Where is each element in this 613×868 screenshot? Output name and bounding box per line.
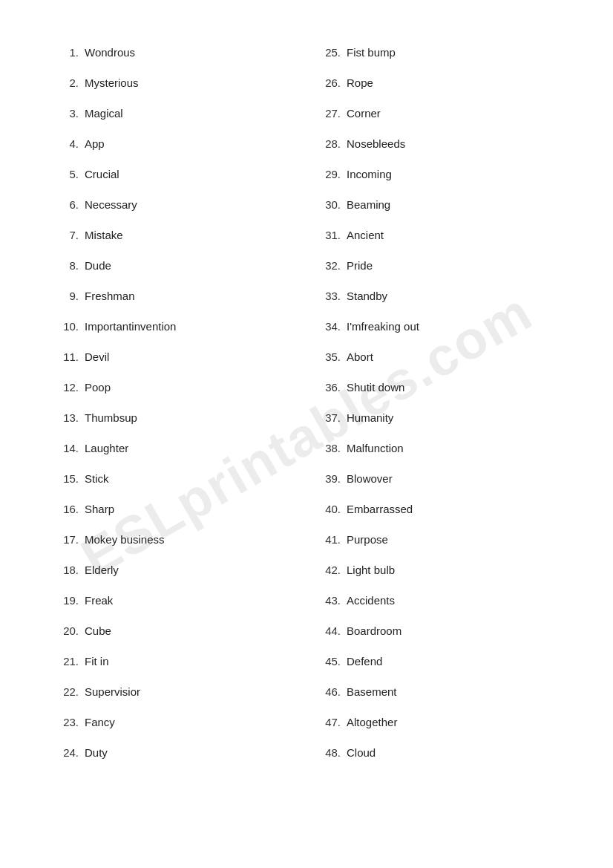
item-number: 47.	[314, 714, 341, 730]
item-text: Cloud	[347, 745, 376, 760]
item-text: Altogether	[347, 714, 397, 730]
item-number: 29.	[314, 166, 341, 182]
list-item: 6.Necessary	[45, 189, 306, 220]
item-text: Fancy	[85, 714, 115, 730]
list-item: 33.Standby	[306, 281, 568, 311]
item-number: 10.	[52, 319, 79, 334]
item-number: 14.	[52, 440, 79, 456]
item-number: 21.	[52, 653, 79, 669]
list-item: 26.Rope	[306, 68, 568, 98]
item-number: 7.	[52, 227, 79, 243]
item-number: 36.	[314, 379, 341, 395]
item-number: 24.	[52, 745, 79, 760]
item-text: Laughter	[85, 440, 128, 456]
list-item: 39.Blowover	[306, 463, 568, 494]
list-item: 43.Accidents	[306, 585, 568, 616]
list-item: 29.Incoming	[306, 159, 568, 189]
list-item: 36.Shutit down	[306, 372, 568, 402]
list-item: 38.Malfunction	[306, 433, 568, 463]
item-text: Necessary	[85, 197, 137, 212]
item-text: Rope	[347, 75, 373, 91]
item-number: 18.	[52, 562, 79, 578]
list-item: 3.Magical	[45, 98, 306, 128]
list-item: 10.Importantinvention	[45, 311, 306, 342]
item-text: Basement	[347, 684, 397, 699]
item-number: 20.	[52, 623, 79, 639]
item-text: Purpose	[347, 532, 388, 547]
item-text: Embarrassed	[347, 501, 413, 517]
item-text: Light bulb	[347, 562, 395, 578]
item-number: 4.	[52, 136, 79, 151]
item-number: 30.	[314, 197, 341, 212]
item-text: App	[85, 136, 105, 151]
item-number: 40.	[314, 501, 341, 517]
item-text: Accidents	[347, 593, 395, 608]
item-number: 3.	[52, 105, 79, 121]
item-text: Wondrous	[85, 45, 135, 60]
item-number: 38.	[314, 440, 341, 456]
item-number: 9.	[52, 288, 79, 304]
item-text: Corner	[347, 105, 381, 121]
item-text: Abort	[347, 349, 373, 365]
list-item: 17.Mokey business	[45, 524, 306, 555]
list-item: 25.Fist bump	[306, 37, 568, 68]
item-number: 42.	[314, 562, 341, 578]
item-text: Beaming	[347, 197, 390, 212]
item-number: 35.	[314, 349, 341, 365]
list-item: 31.Ancient	[306, 220, 568, 250]
item-text: Stick	[85, 471, 109, 486]
item-text: Malfunction	[347, 440, 404, 456]
item-number: 41.	[314, 532, 341, 547]
list-item: 2.Mysterious	[45, 68, 306, 98]
item-text: Mokey business	[85, 532, 165, 547]
item-text: Supervisior	[85, 684, 140, 699]
list-item: 20.Cube	[45, 616, 306, 646]
item-text: Elderly	[85, 562, 119, 578]
list-item: 12.Poop	[45, 372, 306, 402]
item-text: Mysterious	[85, 75, 139, 91]
list-item: 44.Boardroom	[306, 616, 568, 646]
item-number: 27.	[314, 105, 341, 121]
list-item: 13.Thumbsup	[45, 402, 306, 433]
list-item: 46.Basement	[306, 676, 568, 707]
item-text: Shutit down	[347, 379, 404, 395]
list-item: 47.Altogether	[306, 707, 568, 737]
item-number: 44.	[314, 623, 341, 639]
item-number: 45.	[314, 653, 341, 669]
list-item: 42.Light bulb	[306, 555, 568, 585]
list-item: 14.Laughter	[45, 433, 306, 463]
list-item: 16.Sharp	[45, 494, 306, 524]
item-number: 11.	[52, 349, 79, 365]
list-item: 1.Wondrous	[45, 37, 306, 68]
item-text: Crucial	[85, 166, 119, 182]
item-text: Devil	[85, 349, 109, 365]
list-item: 9.Freshman	[45, 281, 306, 311]
item-number: 43.	[314, 593, 341, 608]
item-text: Fist bump	[347, 45, 396, 60]
item-number: 28.	[314, 136, 341, 151]
item-text: Defend	[347, 653, 382, 669]
list-item: 22.Supervisior	[45, 676, 306, 707]
list-item: 11.Devil	[45, 342, 306, 372]
list-item: 19.Freak	[45, 585, 306, 616]
item-number: 12.	[52, 379, 79, 395]
item-number: 17.	[52, 532, 79, 547]
list-item: 15.Stick	[45, 463, 306, 494]
item-text: Sharp	[85, 501, 114, 517]
item-number: 31.	[314, 227, 341, 243]
item-number: 46.	[314, 684, 341, 699]
item-number: 16.	[52, 501, 79, 517]
item-text: Blowover	[347, 471, 393, 486]
item-text: Nosebleeds	[347, 136, 405, 151]
item-number: 25.	[314, 45, 341, 60]
list-item: 32.Pride	[306, 250, 568, 281]
item-number: 23.	[52, 714, 79, 730]
list-item: 8.Dude	[45, 250, 306, 281]
item-text: Cube	[85, 623, 111, 639]
list-item: 23.Fancy	[45, 707, 306, 737]
item-number: 37.	[314, 410, 341, 425]
item-number: 48.	[314, 745, 341, 760]
item-text: Duty	[85, 745, 108, 760]
item-number: 39.	[314, 471, 341, 486]
list-item: 18.Elderly	[45, 555, 306, 585]
